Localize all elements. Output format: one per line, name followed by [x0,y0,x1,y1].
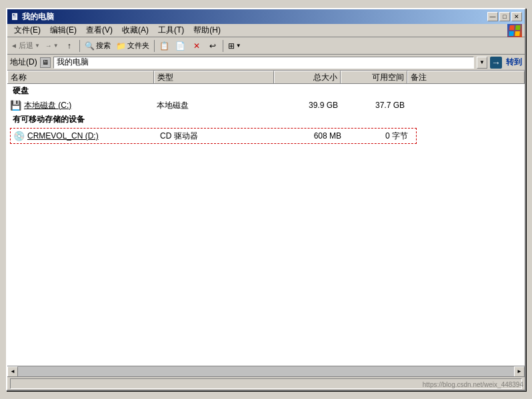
drive-c-type: 本地磁盘 [154,99,274,112]
views-button[interactable]: ⊞ ▼ [226,39,243,53]
menu-help[interactable]: 帮助(H) [189,24,225,37]
folder-label: 文件夹 [127,41,149,51]
drive-d-row[interactable]: 💿 CRMEVOL_CN (D:) CD 驱动器 608 MB 0 字节 [11,129,416,143]
address-dropdown[interactable]: ▼ [477,57,487,69]
title-bar-left: 🖥 我的电脑 [10,11,54,23]
windows-logo-icon [509,25,520,36]
up-button[interactable]: ↑ [62,39,77,53]
drive-d-selection-box: 💿 CRMEVOL_CN (D:) CD 驱动器 608 MB 0 字节 [10,128,417,144]
toolbar-separator-1 [79,40,80,52]
address-bar: 地址(D) 🖥 我的电脑 ▼ → 转到 [7,55,525,71]
menu-bar: 文件(E) 编辑(E) 查看(V) 收藏(A) 工具(T) 帮助(H) [7,24,525,37]
drive-d-free: 0 字节 [344,130,411,143]
menu-tools[interactable]: 工具(T) [154,24,188,37]
watermark: https://blog.csdn.net/weix_448394 [423,381,523,388]
paste-button[interactable]: 📄 [173,39,188,53]
back-label: 后退 [19,41,33,51]
toolbar-separator-3 [223,40,223,52]
scroll-right-button[interactable]: ► [514,366,525,377]
toolbar-separator-2 [154,40,155,52]
back-button[interactable]: ◄ 后退 ▼ [9,39,42,53]
drive-c-free: 37.7 GB [341,100,407,111]
col-header-type[interactable]: 类型 [154,71,274,83]
menu-view[interactable]: 查看(V) [82,24,117,37]
section-removable: 有可移动存储的设备 [7,113,525,127]
scroll-track[interactable] [18,366,514,377]
undo-button[interactable]: ↩ [205,39,220,53]
address-input[interactable]: 我的电脑 [53,57,474,69]
copy-button[interactable]: 📋 [157,39,172,53]
drive-c-total: 39.9 GB [274,100,341,111]
toolbar: ◄ 后退 ▼ → ▼ ↑ 🔍 搜索 📁 文件夹 📋 [7,37,525,55]
drive-c-row[interactable]: 💾 本地磁盘 (C:) 本地磁盘 39.9 GB 37.7 GB [7,98,525,113]
drive-c-note [407,105,525,106]
windows-logo [507,24,522,37]
cd-icon: 💿 [13,131,25,141]
section-hardisk: 硬盘 [7,84,525,98]
list-header: 名称 类型 总大小 可用空间 备注 [7,71,525,84]
main-window: 🖥 我的电脑 — □ ✕ 文件(E) 编辑(E) 查看(V) 收藏(A) 工具(… [6,8,526,391]
drive-d-note [411,135,416,137]
address-computer-icon: 🖥 [40,57,51,68]
window-title: 我的电脑 [22,11,54,23]
content-area: 名称 类型 总大小 可用空间 备注 硬盘 [7,71,525,366]
minimize-button[interactable]: — [487,12,498,21]
horizontal-scrollbar: ◄ ► [7,366,525,376]
go-button[interactable]: → [490,57,502,69]
col-header-note[interactable]: 备注 [407,71,525,83]
go-label: 转到 [506,57,522,68]
folder-button[interactable]: 📁 文件夹 [114,39,151,53]
close-button[interactable]: ✕ [511,12,522,21]
maximize-button[interactable]: □ [499,12,510,21]
title-buttons: — □ ✕ [487,12,522,21]
address-label: 地址(D) [10,57,37,68]
search-button[interactable]: 🔍 搜索 [83,39,113,53]
menu-edit[interactable]: 编辑(E) [46,24,81,37]
drive-d-name: 💿 CRMEVOL_CN (D:) [11,130,157,142]
window-icon: 🖥 [10,11,19,22]
menu-favorites[interactable]: 收藏(A) [118,24,153,37]
scroll-left-button[interactable]: ◄ [7,366,18,377]
drive-d-type: CD 驱动器 [157,130,277,143]
hdd-icon: 💾 [10,100,21,111]
col-header-name[interactable]: 名称 [7,71,154,83]
drive-d-total: 608 MB [277,131,344,141]
delete-button[interactable]: ✕ [189,39,204,53]
forward-button[interactable]: → ▼ [43,39,61,53]
col-header-total[interactable]: 总大小 [274,71,341,83]
menu-file[interactable]: 文件(E) [10,24,45,37]
list-body: 硬盘 💾 本地磁盘 (C:) 本地磁盘 39.9 GB 37.7 G [7,84,525,366]
col-header-free[interactable]: 可用空间 [341,71,407,83]
title-bar: 🖥 我的电脑 — □ ✕ [7,9,525,24]
search-label: 搜索 [96,41,111,51]
drive-c-name: 💾 本地磁盘 (C:) [7,99,154,112]
